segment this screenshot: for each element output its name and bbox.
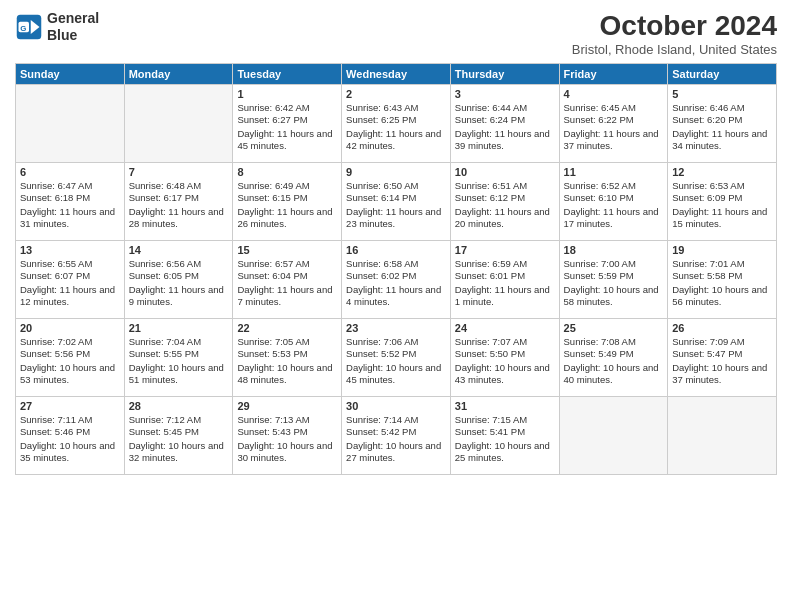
sunset-text: Sunset: 6:04 PM <box>237 270 337 282</box>
calendar-table: SundayMondayTuesdayWednesdayThursdayFrid… <box>15 63 777 475</box>
svg-text:G: G <box>20 23 26 32</box>
col-header-thursday: Thursday <box>450 64 559 85</box>
calendar-cell: 8Sunrise: 6:49 AMSunset: 6:15 PMDaylight… <box>233 163 342 241</box>
daylight-text: Daylight: 11 hours and 9 minutes. <box>129 284 229 309</box>
location: Bristol, Rhode Island, United States <box>572 42 777 57</box>
calendar-cell: 10Sunrise: 6:51 AMSunset: 6:12 PMDayligh… <box>450 163 559 241</box>
header: G General Blue October 2024 Bristol, Rho… <box>15 10 777 57</box>
sunset-text: Sunset: 6:14 PM <box>346 192 446 204</box>
calendar-cell: 5Sunrise: 6:46 AMSunset: 6:20 PMDaylight… <box>668 85 777 163</box>
daylight-text: Daylight: 10 hours and 30 minutes. <box>237 440 337 465</box>
sunset-text: Sunset: 5:41 PM <box>455 426 555 438</box>
calendar-cell: 18Sunrise: 7:00 AMSunset: 5:59 PMDayligh… <box>559 241 668 319</box>
sunrise-text: Sunrise: 6:42 AM <box>237 102 337 114</box>
sunrise-text: Sunrise: 6:52 AM <box>564 180 664 192</box>
calendar-cell: 9Sunrise: 6:50 AMSunset: 6:14 PMDaylight… <box>342 163 451 241</box>
calendar-cell: 7Sunrise: 6:48 AMSunset: 6:17 PMDaylight… <box>124 163 233 241</box>
sunrise-text: Sunrise: 7:02 AM <box>20 336 120 348</box>
sunset-text: Sunset: 6:07 PM <box>20 270 120 282</box>
sunset-text: Sunset: 6:15 PM <box>237 192 337 204</box>
calendar-cell: 28Sunrise: 7:12 AMSunset: 5:45 PMDayligh… <box>124 397 233 475</box>
calendar-cell: 14Sunrise: 6:56 AMSunset: 6:05 PMDayligh… <box>124 241 233 319</box>
calendar-cell: 22Sunrise: 7:05 AMSunset: 5:53 PMDayligh… <box>233 319 342 397</box>
day-number: 3 <box>455 88 555 100</box>
daylight-text: Daylight: 11 hours and 7 minutes. <box>237 284 337 309</box>
day-number: 12 <box>672 166 772 178</box>
calendar-cell: 21Sunrise: 7:04 AMSunset: 5:55 PMDayligh… <box>124 319 233 397</box>
daylight-text: Daylight: 11 hours and 17 minutes. <box>564 206 664 231</box>
daylight-text: Daylight: 10 hours and 37 minutes. <box>672 362 772 387</box>
sunset-text: Sunset: 5:58 PM <box>672 270 772 282</box>
calendar-cell: 11Sunrise: 6:52 AMSunset: 6:10 PMDayligh… <box>559 163 668 241</box>
sunset-text: Sunset: 6:12 PM <box>455 192 555 204</box>
sunset-text: Sunset: 6:09 PM <box>672 192 772 204</box>
daylight-text: Daylight: 11 hours and 20 minutes. <box>455 206 555 231</box>
day-number: 28 <box>129 400 229 412</box>
sunset-text: Sunset: 5:50 PM <box>455 348 555 360</box>
col-header-sunday: Sunday <box>16 64 125 85</box>
daylight-text: Daylight: 11 hours and 23 minutes. <box>346 206 446 231</box>
sunrise-text: Sunrise: 6:43 AM <box>346 102 446 114</box>
logo: G General Blue <box>15 10 99 44</box>
sunrise-text: Sunrise: 6:57 AM <box>237 258 337 270</box>
sunrise-text: Sunrise: 6:55 AM <box>20 258 120 270</box>
sunset-text: Sunset: 5:42 PM <box>346 426 446 438</box>
calendar-cell: 15Sunrise: 6:57 AMSunset: 6:04 PMDayligh… <box>233 241 342 319</box>
sunrise-text: Sunrise: 7:15 AM <box>455 414 555 426</box>
sunrise-text: Sunrise: 6:46 AM <box>672 102 772 114</box>
sunrise-text: Sunrise: 7:11 AM <box>20 414 120 426</box>
sunset-text: Sunset: 6:18 PM <box>20 192 120 204</box>
calendar-cell <box>124 85 233 163</box>
day-number: 16 <box>346 244 446 256</box>
sunset-text: Sunset: 6:24 PM <box>455 114 555 126</box>
logo-line1: General <box>47 10 99 27</box>
day-number: 7 <box>129 166 229 178</box>
daylight-text: Daylight: 10 hours and 27 minutes. <box>346 440 446 465</box>
sunset-text: Sunset: 5:59 PM <box>564 270 664 282</box>
col-header-friday: Friday <box>559 64 668 85</box>
calendar-week-3: 13Sunrise: 6:55 AMSunset: 6:07 PMDayligh… <box>16 241 777 319</box>
day-number: 25 <box>564 322 664 334</box>
calendar-cell: 3Sunrise: 6:44 AMSunset: 6:24 PMDaylight… <box>450 85 559 163</box>
col-header-tuesday: Tuesday <box>233 64 342 85</box>
day-number: 14 <box>129 244 229 256</box>
daylight-text: Daylight: 10 hours and 56 minutes. <box>672 284 772 309</box>
day-number: 15 <box>237 244 337 256</box>
daylight-text: Daylight: 10 hours and 48 minutes. <box>237 362 337 387</box>
daylight-text: Daylight: 10 hours and 35 minutes. <box>20 440 120 465</box>
daylight-text: Daylight: 10 hours and 43 minutes. <box>455 362 555 387</box>
sunrise-text: Sunrise: 6:45 AM <box>564 102 664 114</box>
daylight-text: Daylight: 10 hours and 32 minutes. <box>129 440 229 465</box>
calendar-cell: 19Sunrise: 7:01 AMSunset: 5:58 PMDayligh… <box>668 241 777 319</box>
calendar-cell <box>668 397 777 475</box>
day-number: 26 <box>672 322 772 334</box>
sunset-text: Sunset: 6:10 PM <box>564 192 664 204</box>
sunset-text: Sunset: 6:02 PM <box>346 270 446 282</box>
daylight-text: Daylight: 11 hours and 39 minutes. <box>455 128 555 153</box>
sunrise-text: Sunrise: 7:05 AM <box>237 336 337 348</box>
col-header-monday: Monday <box>124 64 233 85</box>
daylight-text: Daylight: 11 hours and 34 minutes. <box>672 128 772 153</box>
page: G General Blue October 2024 Bristol, Rho… <box>0 0 792 612</box>
day-number: 9 <box>346 166 446 178</box>
header-row: SundayMondayTuesdayWednesdayThursdayFrid… <box>16 64 777 85</box>
day-number: 27 <box>20 400 120 412</box>
month-title: October 2024 <box>572 10 777 42</box>
day-number: 31 <box>455 400 555 412</box>
sunrise-text: Sunrise: 7:12 AM <box>129 414 229 426</box>
sunrise-text: Sunrise: 6:59 AM <box>455 258 555 270</box>
sunset-text: Sunset: 6:25 PM <box>346 114 446 126</box>
calendar-cell: 29Sunrise: 7:13 AMSunset: 5:43 PMDayligh… <box>233 397 342 475</box>
calendar-cell: 31Sunrise: 7:15 AMSunset: 5:41 PMDayligh… <box>450 397 559 475</box>
daylight-text: Daylight: 11 hours and 31 minutes. <box>20 206 120 231</box>
day-number: 17 <box>455 244 555 256</box>
calendar-cell: 2Sunrise: 6:43 AMSunset: 6:25 PMDaylight… <box>342 85 451 163</box>
day-number: 19 <box>672 244 772 256</box>
calendar-cell <box>559 397 668 475</box>
sunset-text: Sunset: 5:55 PM <box>129 348 229 360</box>
day-number: 11 <box>564 166 664 178</box>
day-number: 23 <box>346 322 446 334</box>
sunrise-text: Sunrise: 6:58 AM <box>346 258 446 270</box>
day-number: 18 <box>564 244 664 256</box>
calendar-week-2: 6Sunrise: 6:47 AMSunset: 6:18 PMDaylight… <box>16 163 777 241</box>
